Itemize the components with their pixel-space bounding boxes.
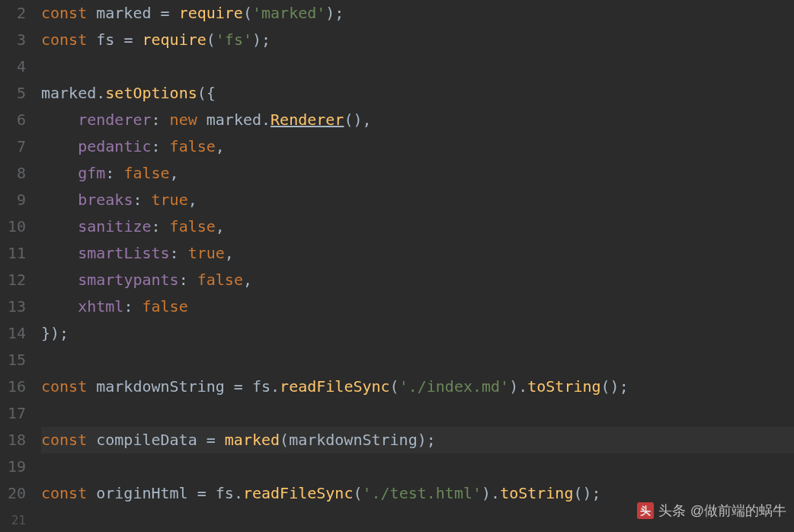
code-token: : xyxy=(133,191,151,209)
code-token: readFileSync xyxy=(280,377,390,396)
code-token xyxy=(41,244,78,262)
code-token: = xyxy=(188,484,216,502)
code-line[interactable] xyxy=(41,53,794,80)
code-token: ). xyxy=(509,377,527,396)
code-line[interactable]: renderer: new marked.Renderer(), xyxy=(41,107,794,133)
code-editor[interactable]: 23456789101112131415161718192021 const m… xyxy=(0,0,794,532)
code-token: ({ xyxy=(197,84,216,102)
code-token: = xyxy=(114,30,142,49)
code-token: true xyxy=(152,191,188,209)
code-token: ( xyxy=(207,30,216,49)
line-number: 7 xyxy=(0,133,26,160)
line-number: 17 xyxy=(0,400,26,427)
code-token: : xyxy=(179,271,197,289)
code-line[interactable]: const markdownString = fs.readFileSync('… xyxy=(41,373,794,400)
code-token: toString xyxy=(500,484,573,502)
code-line[interactable]: smartLists: true, xyxy=(41,240,794,267)
line-number: 4 xyxy=(0,53,26,80)
line-number: 21 xyxy=(0,507,26,532)
line-number: 16 xyxy=(0,373,26,400)
watermark: 头 头条 @做前端的蜗牛 xyxy=(637,499,786,524)
code-token: ( xyxy=(243,4,252,22)
code-token: smartypants xyxy=(78,271,178,289)
code-token: toString xyxy=(527,377,600,396)
code-token: : xyxy=(152,217,170,236)
code-token: fs xyxy=(216,484,234,502)
code-token: (); xyxy=(601,377,629,396)
code-token xyxy=(41,191,78,209)
code-token: , xyxy=(188,191,197,209)
code-line[interactable]: marked.setOptions({ xyxy=(41,80,794,107)
code-token: ( xyxy=(390,377,399,396)
code-token: marked xyxy=(96,4,151,22)
code-line[interactable]: const marked = require('marked'); xyxy=(41,0,794,27)
code-token: 'marked' xyxy=(252,4,325,22)
code-token xyxy=(41,164,78,182)
line-number-gutter: 23456789101112131415161718192021 xyxy=(0,0,35,532)
code-line[interactable]: const compileData = marked(markdownStrin… xyxy=(41,427,794,453)
code-token: originHtml xyxy=(96,484,187,502)
code-token: 'fs' xyxy=(216,30,252,49)
code-token: ); xyxy=(325,4,344,22)
code-token: : xyxy=(105,164,123,182)
code-token: xhtml xyxy=(78,297,123,316)
code-token: false xyxy=(197,271,243,289)
code-line[interactable]: }); xyxy=(41,320,794,347)
code-line[interactable]: gfm: false, xyxy=(41,160,794,187)
code-token: : xyxy=(152,137,170,155)
code-token: . xyxy=(261,111,271,129)
watermark-handle: @做前端的蜗牛 xyxy=(690,499,786,524)
code-token: marked xyxy=(41,84,96,102)
code-token xyxy=(41,111,78,129)
code-token: pedantic xyxy=(78,137,151,155)
line-number: 5 xyxy=(0,80,26,107)
code-line[interactable] xyxy=(41,400,794,427)
code-token: require xyxy=(179,4,243,22)
line-number: 3 xyxy=(0,27,26,53)
code-line[interactable] xyxy=(41,347,794,373)
code-token: marked xyxy=(225,431,280,449)
code-token: './test.html' xyxy=(362,484,482,502)
code-token: . xyxy=(234,484,243,502)
code-token: const xyxy=(41,484,96,502)
code-token: Renderer xyxy=(271,111,344,129)
line-number: 10 xyxy=(0,213,26,240)
code-token: }); xyxy=(41,324,69,342)
line-number: 8 xyxy=(0,160,26,187)
code-token: marked xyxy=(207,111,261,129)
code-line[interactable] xyxy=(41,453,794,480)
line-number: 14 xyxy=(0,320,26,347)
code-token: const xyxy=(41,377,96,396)
code-token: fs xyxy=(96,30,114,49)
code-token: true xyxy=(188,244,225,262)
code-token: './index.md' xyxy=(399,377,510,396)
line-number: 18 xyxy=(0,427,26,453)
line-number: 13 xyxy=(0,293,26,320)
code-token: false xyxy=(170,137,216,155)
code-token: smartLists xyxy=(78,244,169,262)
code-line[interactable]: breaks: true, xyxy=(41,187,794,213)
line-number: 15 xyxy=(0,347,26,373)
code-token: ); xyxy=(252,30,271,49)
code-line[interactable]: const fs = require('fs'); xyxy=(41,27,794,53)
code-token: ). xyxy=(482,484,500,502)
code-token: compileData xyxy=(96,431,197,449)
code-token: setOptions xyxy=(105,84,197,102)
code-token: const xyxy=(41,431,96,449)
code-token: ( xyxy=(280,431,289,449)
code-token: , xyxy=(216,137,225,155)
watermark-icon: 头 xyxy=(637,502,654,519)
code-token: (), xyxy=(344,111,371,129)
code-token: readFileSync xyxy=(243,484,354,502)
code-line[interactable]: xhtml: false xyxy=(41,293,794,320)
line-number: 19 xyxy=(0,453,26,480)
line-number: 20 xyxy=(0,480,26,507)
code-token: , xyxy=(243,271,252,289)
code-line[interactable]: sanitize: false, xyxy=(41,213,794,240)
code-token: new xyxy=(170,111,207,129)
code-line[interactable]: pedantic: false, xyxy=(41,133,794,160)
code-area[interactable]: const marked = require('marked');const f… xyxy=(35,0,794,532)
line-number: 2 xyxy=(0,0,26,27)
code-token: : xyxy=(152,111,170,129)
code-line[interactable]: smartypants: false, xyxy=(41,267,794,293)
